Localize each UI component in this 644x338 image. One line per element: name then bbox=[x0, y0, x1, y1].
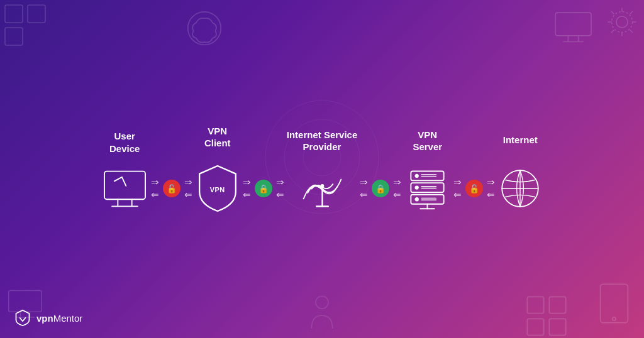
svg-rect-1 bbox=[555, 13, 591, 36]
svg-point-37 bbox=[416, 186, 419, 189]
logo: vpnMentor bbox=[14, 309, 82, 327]
node-vpn-client: VPN Client VPN bbox=[195, 124, 240, 214]
svg-point-23 bbox=[316, 296, 328, 308]
arrow-left-3: ⇒ ⇐ bbox=[357, 177, 370, 200]
arrow-right-4: ⇒ ⇐ bbox=[484, 177, 497, 200]
svg-point-38 bbox=[416, 198, 419, 201]
svg-point-32 bbox=[320, 184, 324, 188]
svg-point-36 bbox=[416, 175, 419, 178]
lock-green-2: 🔒 bbox=[372, 180, 389, 197]
vpn-shield-text: VPN bbox=[210, 186, 225, 194]
node-user-device: User Device bbox=[101, 129, 148, 209]
main-container: User Device ⇒ ⇐ bbox=[0, 0, 644, 338]
svg-point-12 bbox=[612, 12, 633, 33]
svg-rect-18 bbox=[527, 319, 543, 335]
user-device-label: User Device bbox=[109, 129, 140, 156]
diagram-content: User Device ⇒ ⇐ bbox=[0, 124, 644, 214]
svg-rect-24 bbox=[104, 171, 145, 199]
arrow-left-4: ⇒ ⇐ bbox=[451, 177, 464, 200]
arrow-right-1: ⇒ ⇐ bbox=[182, 177, 195, 200]
connector-2: ⇒ ⇐ 🔒 ⇒ ⇐ bbox=[240, 138, 287, 200]
svg-point-0 bbox=[188, 12, 221, 45]
logo-text: vpnMentor bbox=[36, 313, 82, 324]
arrow-right-3: ⇒ ⇐ bbox=[391, 177, 404, 200]
svg-rect-14 bbox=[28, 5, 45, 23]
svg-rect-9 bbox=[601, 284, 628, 322]
vpn-client-label: VPN Client bbox=[204, 124, 231, 150]
connector-1: ⇒ ⇐ 🔓 ⇒ ⇐ bbox=[148, 138, 195, 200]
svg-point-11 bbox=[616, 16, 628, 28]
arrow-right-2: ⇒ ⇐ bbox=[274, 177, 287, 200]
svg-line-29 bbox=[122, 177, 126, 185]
vpnmentor-logo-icon bbox=[14, 309, 31, 327]
svg-rect-13 bbox=[5, 5, 23, 23]
isp-label: Internet Service Provider bbox=[287, 128, 358, 154]
internet-icon bbox=[497, 166, 543, 211]
svg-point-10 bbox=[613, 317, 616, 320]
connector-3: ⇒ ⇐ 🔒 ⇒ ⇐ bbox=[357, 138, 404, 200]
svg-line-28 bbox=[114, 177, 122, 181]
lock-red-1: 🔓 bbox=[163, 180, 180, 197]
internet-label: Internet bbox=[503, 127, 538, 153]
svg-rect-19 bbox=[549, 319, 565, 335]
vpn-server-label: VPN Server bbox=[413, 128, 442, 154]
arrow-left-1: ⇒ ⇐ bbox=[148, 177, 162, 200]
node-vpn-server: VPN Server bbox=[404, 128, 451, 210]
connector-4: ⇒ ⇐ 🔓 ⇒ ⇐ bbox=[451, 138, 497, 200]
arrow-left-2: ⇒ ⇐ bbox=[240, 177, 253, 200]
vpn-server-icon bbox=[404, 166, 451, 210]
isp-icon bbox=[299, 166, 346, 210]
user-device-icon bbox=[101, 168, 148, 209]
svg-rect-16 bbox=[527, 297, 543, 313]
svg-rect-17 bbox=[549, 297, 565, 313]
svg-rect-15 bbox=[5, 28, 23, 45]
lock-green-1: 🔒 bbox=[255, 180, 272, 197]
node-internet: Internet bbox=[497, 127, 543, 211]
node-isp: Internet Service Provider bbox=[287, 128, 358, 210]
lock-red-2: 🔓 bbox=[465, 180, 483, 197]
vpn-client-icon: VPN bbox=[195, 163, 240, 214]
